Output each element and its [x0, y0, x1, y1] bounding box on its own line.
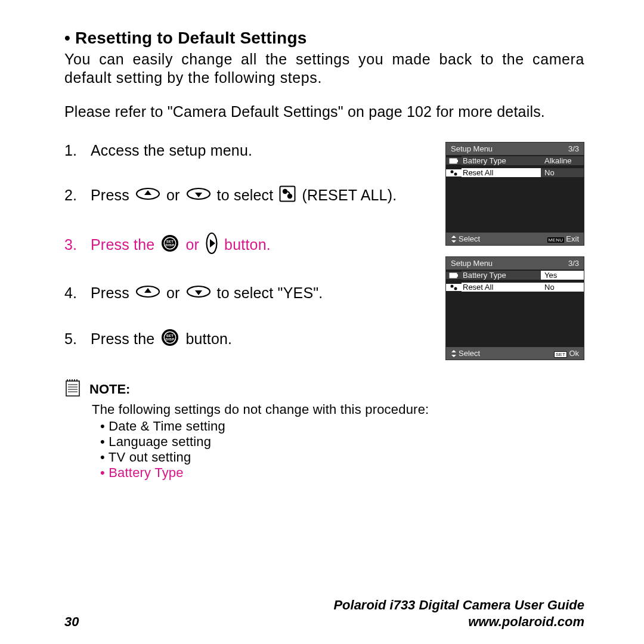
svg-point-6	[287, 193, 292, 198]
svg-text:SET: SET	[166, 239, 174, 243]
lcd-screenshot-1: Setup Menu 3/3 Battery Type Alkaline Res…	[445, 142, 584, 246]
footer-left: Select	[451, 349, 480, 358]
up-button-icon	[135, 187, 160, 204]
menu-label: Reset All	[462, 168, 541, 177]
step-number: 1.	[64, 142, 85, 159]
svg-point-25	[451, 170, 454, 173]
menu-label: Battery Type	[462, 271, 541, 280]
battery-icon	[446, 157, 462, 165]
battery-icon	[446, 272, 462, 279]
screen-body: Battery Type Yes Reset All No	[446, 270, 584, 347]
reset-icon	[446, 169, 462, 177]
footer-right: Polaroid i733 Digital Camera User Guide …	[333, 597, 584, 630]
menu-row-battery: Battery Type Yes	[446, 270, 584, 281]
svg-point-31	[451, 284, 454, 287]
reset-icon	[446, 284, 462, 291]
step-text: (RESET ALL).	[302, 187, 397, 204]
note-item: TV out setting	[100, 450, 584, 465]
step-text: or	[185, 236, 199, 253]
note-item: Date & Time setting	[100, 419, 584, 434]
step-text: to select "YES".	[217, 284, 323, 302]
step-text: to select	[217, 187, 274, 204]
down-button-icon	[186, 284, 211, 302]
footer-right: SETOk	[554, 349, 579, 358]
set-disp-button-icon: SETDISP	[160, 234, 179, 256]
note-heading: NOTE:	[64, 378, 584, 401]
svg-point-32	[454, 287, 457, 290]
menu-row-battery: Battery Type Alkaline	[446, 155, 584, 167]
body-row: 1. Access the setup menu. 2. Press or to…	[64, 142, 584, 377]
intro-paragraph: You can easily change all the settings y…	[64, 50, 584, 88]
step-text: Press	[91, 284, 129, 302]
step-text: or	[166, 284, 180, 302]
svg-marker-33	[451, 350, 456, 352]
menu-value: Alkaline	[541, 156, 584, 165]
svg-point-26	[454, 172, 457, 175]
step-3: 3. Press the SETDISP or button.	[64, 232, 434, 258]
lcd-screenshot-2: Setup Menu 3/3 Battery Type Yes Reset Al…	[445, 256, 584, 360]
menu-value: No	[541, 283, 584, 292]
step-text: or	[166, 187, 180, 204]
screen-header: Setup Menu 3/3	[446, 143, 584, 155]
step-text: Press the	[91, 236, 154, 253]
step-text: Press the	[91, 330, 154, 348]
notepad-icon	[64, 378, 81, 401]
menu-label: Reset All	[462, 283, 541, 292]
menu-row-reset: Reset All No	[446, 167, 584, 179]
svg-rect-23	[450, 159, 457, 163]
menu-label: Battery Type	[462, 156, 541, 165]
step-text: button.	[224, 236, 271, 253]
note-title: NOTE:	[89, 382, 130, 397]
step-1: 1. Access the setup menu.	[64, 142, 434, 159]
svg-text:DISP: DISP	[166, 243, 175, 247]
screen-footer: Select MENUExit	[446, 233, 584, 245]
step-text: button.	[185, 330, 232, 348]
step-text: Press	[91, 187, 129, 204]
step-4: 4. Press or to select "YES".	[64, 284, 434, 302]
screen-page: 3/3	[568, 259, 579, 268]
step-5: 5. Press the SETDISP button.	[64, 328, 434, 351]
set-disp-button-icon: SETDISP	[160, 328, 179, 351]
menu-row-reset: Reset All No	[446, 281, 584, 293]
note-text: The following settings do not change wit…	[92, 402, 584, 417]
svg-rect-30	[457, 274, 458, 277]
down-button-icon	[186, 187, 211, 204]
svg-rect-24	[457, 160, 458, 162]
section-heading: Resetting to Default Settings	[64, 29, 584, 48]
page-number: 30	[64, 614, 79, 630]
footer-right: MENUExit	[547, 234, 579, 243]
screen-footer: Select SETOk	[446, 347, 584, 360]
svg-marker-28	[451, 240, 456, 243]
screen-title: Setup Menu	[451, 259, 493, 268]
svg-text:SET: SET	[166, 333, 174, 337]
screenshots-column: Setup Menu 3/3 Battery Type Alkaline Res…	[445, 142, 584, 371]
step-2: 2. Press or to select (RESET ALL).	[64, 185, 434, 206]
menu-value: Yes	[541, 271, 584, 280]
step-number: 2.	[64, 187, 85, 204]
screen-page: 3/3	[568, 144, 579, 153]
guide-url: www.polaroid.com	[333, 614, 584, 630]
step-text: Access the setup menu.	[91, 142, 252, 159]
reference-paragraph: Please refer to "Camera Default Settings…	[64, 103, 584, 120]
manual-page: Resetting to Default Settings You can ea…	[0, 0, 644, 644]
guide-title: Polaroid i733 Digital Camera User Guide	[333, 597, 584, 614]
reset-all-icon	[279, 185, 296, 206]
svg-rect-4	[280, 186, 295, 201]
screen-body: Battery Type Alkaline Reset All No	[446, 155, 584, 233]
svg-rect-35	[66, 381, 79, 396]
page-footer: 30 Polaroid i733 Digital Camera User Gui…	[64, 597, 584, 630]
steps-list: 1. Access the setup menu. 2. Press or to…	[64, 142, 434, 377]
right-button-icon	[205, 232, 218, 258]
note-item: Language setting	[100, 434, 584, 450]
footer-left: Select	[451, 234, 480, 243]
svg-marker-34	[451, 355, 456, 357]
svg-text:DISP: DISP	[166, 338, 175, 341]
note-block: NOTE: The following settings do not chan…	[64, 378, 584, 481]
svg-rect-29	[450, 273, 457, 278]
up-button-icon	[135, 284, 160, 302]
step-number: 4.	[64, 284, 85, 302]
step-number: 5.	[64, 330, 85, 348]
step-number: 3.	[64, 236, 85, 253]
menu-value: No	[541, 168, 584, 177]
screen-title: Setup Menu	[451, 144, 493, 153]
